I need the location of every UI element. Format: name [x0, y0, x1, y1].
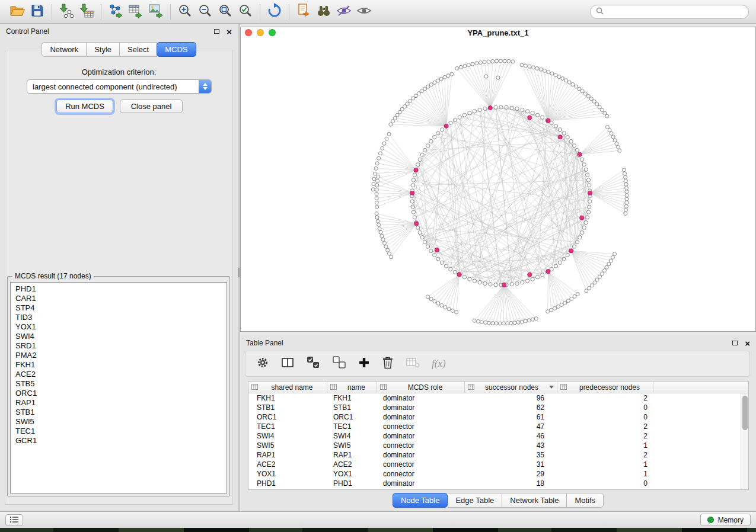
zoom-in-button[interactable] — [175, 2, 195, 21]
eye-icon — [356, 3, 372, 21]
table-row[interactable]: RAP1RAP1dominator352 — [248, 450, 741, 460]
clone-network-button[interactable] — [294, 2, 314, 21]
mcds-result-item[interactable]: STB5 — [11, 379, 227, 389]
search-input[interactable] — [607, 8, 743, 16]
table-row[interactable]: SWI4SWI4dominator462 — [248, 431, 741, 441]
tab-edge-table[interactable]: Edge Table — [448, 493, 502, 508]
table-row[interactable]: PHD1PHD1dominator180 — [248, 479, 741, 488]
add-column-button[interactable] — [358, 357, 370, 371]
tab-node-table[interactable]: Node Table — [393, 493, 448, 508]
cell-name: YOX1 — [327, 470, 377, 478]
import-table-button[interactable] — [76, 2, 97, 21]
select-all-button[interactable] — [306, 356, 320, 371]
zoom-selected-button[interactable] — [235, 2, 256, 21]
save-session-button[interactable] — [27, 2, 47, 21]
window-maximize-icon[interactable] — [269, 29, 276, 36]
status-menu-button[interactable] — [5, 514, 23, 526]
mcds-result-item[interactable]: ORC1 — [11, 389, 227, 398]
sort-descending-icon — [549, 386, 554, 389]
close-panel-icon[interactable]: × — [227, 27, 232, 36]
mcds-result-item[interactable]: TEC1 — [11, 427, 227, 436]
graphics-details-button[interactable] — [334, 2, 354, 21]
mcds-result-item[interactable]: FKH1 — [11, 360, 227, 370]
criterion-select[interactable]: largest connected component (undirected) — [27, 79, 212, 94]
apply-layout-button[interactable] — [264, 2, 285, 21]
window-close-icon[interactable] — [245, 29, 252, 36]
cell-successors: 61 — [465, 413, 557, 421]
scrollbar-thumb[interactable] — [742, 396, 748, 430]
export-table-icon — [128, 3, 143, 21]
table-row[interactable]: STB1STB1dominator620 — [248, 403, 741, 412]
mcds-result-item[interactable]: PHD1 — [11, 284, 227, 294]
mcds-result-item[interactable]: ACE2 — [11, 370, 227, 379]
tab-mcds[interactable]: MCDS — [157, 42, 196, 57]
tab-motifs[interactable]: Motifs — [567, 493, 604, 508]
table-row[interactable]: TEC1TEC1connector472 — [248, 422, 741, 431]
float-panel-icon[interactable] — [214, 29, 219, 34]
control-panel-title: Control Panel — [6, 27, 49, 36]
table-settings-button[interactable] — [256, 356, 269, 371]
zoom-out-button[interactable] — [195, 2, 215, 21]
cell-shared-name: TEC1 — [248, 422, 327, 431]
show-columns-button[interactable] — [281, 356, 294, 371]
table-row[interactable]: ACE2ACE2connector311 — [248, 460, 741, 469]
zoom-fit-icon — [218, 3, 233, 21]
tab-style[interactable]: Style — [87, 42, 120, 57]
function-builder-button[interactable]: f(x) — [432, 358, 446, 370]
delete-table-button-disabled[interactable] — [406, 357, 420, 371]
export-table-button[interactable] — [126, 2, 146, 21]
mcds-result-item[interactable]: STB1 — [11, 408, 227, 417]
column-header-successor-nodes[interactable]: successor nodes — [465, 382, 557, 393]
cell-shared-name: PHD1 — [248, 479, 327, 488]
table-row[interactable]: FKH1FKH1dominator962 — [248, 393, 741, 403]
cell-role: connector — [377, 460, 465, 469]
deselect-all-button[interactable] — [332, 356, 346, 371]
close-panel-button[interactable]: Close panel — [120, 100, 183, 113]
export-network-button[interactable] — [106, 2, 126, 21]
close-table-panel-icon[interactable]: × — [745, 339, 750, 348]
mcds-result-item[interactable]: YOX1 — [11, 322, 227, 332]
table-scrollbar[interactable] — [741, 393, 748, 489]
network-canvas[interactable] — [241, 38, 754, 331]
table-row[interactable]: YOX1YOX1connector291 — [248, 469, 741, 479]
tab-network-table[interactable]: Network Table — [502, 493, 567, 508]
import-network-button[interactable] — [56, 2, 76, 21]
table-grid-icon — [380, 383, 387, 392]
tab-select[interactable]: Select — [120, 42, 157, 57]
show-hide-button[interactable] — [354, 2, 374, 21]
column-header-shared-name[interactable]: shared name — [248, 382, 327, 393]
table-row[interactable]: ORC1ORC1dominator610 — [248, 412, 741, 422]
main-toolbar — [0, 0, 756, 24]
tab-network[interactable]: Network — [42, 42, 87, 57]
column-header-mcds-role[interactable]: MCDS role — [377, 382, 465, 393]
open-file-button[interactable] — [7, 2, 27, 21]
column-header-name[interactable]: name — [327, 382, 377, 393]
status-bar: Memory — [0, 511, 756, 528]
desktop-background — [0, 528, 756, 532]
mcds-result-item[interactable]: TID3 — [11, 313, 227, 322]
cell-role: dominator — [377, 479, 465, 488]
cell-role: dominator — [377, 451, 465, 459]
delete-column-button[interactable] — [382, 356, 394, 371]
zoom-fit-button[interactable] — [215, 2, 235, 21]
run-mcds-button[interactable]: Run MCDS — [56, 100, 113, 113]
export-image-button[interactable] — [146, 2, 166, 21]
mcds-result-item[interactable]: SRD1 — [11, 341, 227, 351]
mcds-result-item[interactable]: GCR1 — [11, 436, 227, 446]
cell-shared-name: YOX1 — [248, 470, 327, 478]
memory-button[interactable]: Memory — [700, 514, 751, 526]
cell-shared-name: STB1 — [248, 403, 327, 412]
table-row[interactable]: SWI5SWI5connector431 — [248, 441, 741, 450]
float-table-panel-icon[interactable] — [732, 341, 738, 345]
mcds-result-item[interactable]: RAP1 — [11, 398, 227, 408]
column-header-predecessor-nodes[interactable]: predecessor nodes — [557, 382, 653, 393]
mcds-result-item[interactable]: SWI4 — [11, 332, 227, 341]
mcds-result-item[interactable]: CAR1 — [11, 294, 227, 303]
mcds-result-list[interactable]: PHD1CAR1STP4TID3YOX1SWI4SRD1PMA2FKH1ACE2… — [10, 282, 227, 493]
zoom-selected-icon — [238, 3, 253, 21]
find-button[interactable] — [314, 2, 334, 21]
window-minimize-icon[interactable] — [257, 29, 264, 36]
mcds-result-item[interactable]: SWI5 — [11, 417, 227, 427]
mcds-result-item[interactable]: STP4 — [11, 303, 227, 313]
mcds-result-item[interactable]: PMA2 — [11, 351, 227, 360]
